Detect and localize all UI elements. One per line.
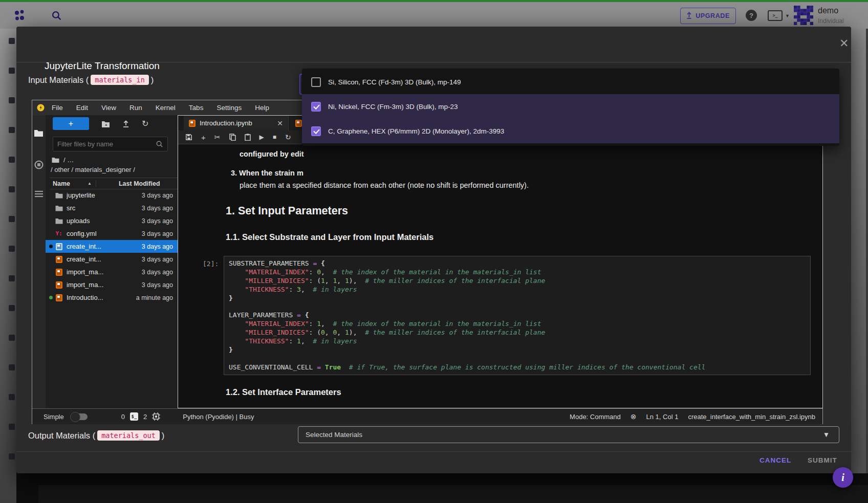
sidebar-app-icon[interactable] — [9, 186, 15, 192]
app-right-edge — [851, 29, 868, 473]
new-launcher-button[interactable]: + — [53, 117, 89, 130]
file-row-import-ma-[interactable]: import_ma...3 days ago — [46, 266, 178, 278]
sidebar-app-icon[interactable] — [9, 246, 15, 252]
material-option[interactable]: Ni, Nickel, FCC (Fm-3m) 3D (Bulk), mp-23 — [302, 94, 839, 119]
file-name: create_int... — [67, 243, 142, 250]
running-kernels-tab-icon[interactable] — [34, 160, 44, 171]
file-name: Introductio... — [67, 294, 136, 301]
refresh-icon[interactable]: ↻ — [285, 133, 291, 141]
menu-file[interactable]: File — [52, 104, 63, 112]
avatar[interactable] — [794, 6, 813, 27]
file-list-header[interactable]: Name ▲ Last Modified — [50, 178, 178, 189]
sidebar-app-icon[interactable] — [9, 424, 15, 430]
checkbox-checked-icon[interactable] — [311, 102, 321, 112]
folder-icon — [55, 205, 63, 211]
sidebar-app-icon[interactable] — [9, 364, 15, 370]
paste-icon[interactable] — [245, 134, 251, 141]
file-modified: 3 days ago — [142, 205, 173, 212]
run-icon[interactable]: ▶ — [259, 134, 264, 141]
input-materials-label: Input Materials ( — [28, 75, 89, 85]
close-tab-icon[interactable]: ✕ — [277, 119, 283, 127]
file-row-src[interactable]: src3 days ago — [46, 202, 178, 214]
material-option[interactable]: Si, Silicon, FCC (Fd-3m) 3D (Bulk), mp-1… — [302, 70, 839, 94]
code-line: } — [229, 294, 810, 303]
simple-mode-toggle[interactable] — [71, 413, 88, 420]
cursor-position[interactable]: Ln 1, Col 1 — [646, 413, 679, 421]
breadcrumb-path[interactable]: / other / materials_designer / — [51, 166, 135, 173]
menu-kernel[interactable]: Kernel — [156, 104, 176, 112]
refresh-icon[interactable]: ↻ — [142, 119, 148, 128]
file-row-create-int-[interactable]: create_int...3 days ago — [46, 253, 178, 266]
divider — [16, 451, 851, 452]
sidebar-app-icon[interactable] — [9, 305, 15, 311]
console-menu-button[interactable]: >_ ▼ — [768, 10, 790, 21]
upload-icon[interactable] — [122, 120, 129, 127]
sidebar-app-icon[interactable] — [9, 335, 15, 341]
chevron-down-icon: ▼ — [823, 431, 830, 439]
breadcrumb[interactable]: / … — [52, 156, 74, 164]
menu-run[interactable]: Run — [129, 104, 142, 112]
copy-icon[interactable] — [229, 134, 236, 141]
app-topbar: UPGRADE ? >_ ▼ demo Individual — [0, 2, 868, 29]
checkbox-icon[interactable] — [311, 77, 321, 87]
sidebar-app-icon[interactable] — [9, 275, 15, 281]
code-line: SUBSTRATE_PARAMETERS = { — [229, 259, 810, 268]
menu-tabs[interactable]: Tabs — [189, 104, 204, 112]
notebook-content[interactable]: configured by edit 3. When the strain m … — [178, 144, 822, 408]
sidebar-app-icon[interactable] — [9, 97, 15, 103]
notebook-dock-panel: Introduction.ipynb ✕ +✂▶■↻ configured by… — [178, 115, 823, 408]
file-row-jupyterlite[interactable]: jupyterlite3 days ago — [46, 189, 178, 202]
filter-files-input[interactable]: Filter files by name — [53, 137, 168, 151]
column-last-modified[interactable]: Last Modified — [119, 180, 160, 187]
user-plan: Individual — [818, 17, 844, 25]
menu-settings[interactable]: Settings — [216, 104, 242, 112]
save-icon[interactable] — [185, 134, 192, 141]
menu-help[interactable]: Help — [255, 104, 269, 112]
sidebar-app-icon[interactable] — [9, 157, 15, 163]
file-row-config-yml[interactable]: Y:config.yml3 days ago — [46, 227, 178, 240]
checkbox-checked-icon[interactable] — [311, 126, 321, 136]
sidebar-app-icon[interactable] — [9, 453, 15, 460]
sidebar-app-icon[interactable] — [9, 216, 15, 222]
tab-introduction-ipynb[interactable]: Introduction.ipynb ✕ — [184, 116, 289, 130]
upgrade-button[interactable]: UPGRADE — [680, 8, 736, 24]
file-row-uploads[interactable]: uploads3 days ago — [46, 214, 178, 227]
sidebar-app-icon[interactable] — [9, 68, 15, 74]
output-materials-select[interactable]: Selected Materials ▼ — [298, 426, 839, 443]
stop-icon[interactable]: ■ — [273, 134, 276, 141]
mat3ra-logo-icon[interactable] — [13, 8, 26, 26]
cut-icon[interactable]: ✂ — [214, 133, 221, 141]
search-icon[interactable] — [51, 10, 62, 23]
material-option[interactable]: C, Graphene, HEX (P6/mmm) 2D (Monolayer)… — [302, 119, 839, 143]
kernel-icon — [152, 412, 160, 421]
close-icon[interactable]: ✕ — [839, 38, 849, 49]
new-folder-icon[interactable]: + — [101, 120, 110, 127]
sidebar-app-icon[interactable] — [9, 394, 15, 400]
file-modified: 3 days ago — [142, 192, 173, 199]
file-row-create-int-[interactable]: create_int...3 days ago — [46, 240, 178, 253]
kernel-status[interactable]: Python (Pyodide) | Busy — [183, 413, 254, 421]
submit-button[interactable]: SUBMIT — [808, 456, 837, 464]
code-line: "THICKNESS": 1, # in layers — [229, 337, 810, 346]
help-icon[interactable]: ? — [746, 10, 757, 21]
file-row-introductio-[interactable]: Introductio...a minute ago — [46, 291, 178, 304]
sidebar-app-icon[interactable] — [9, 38, 15, 44]
cancel-button[interactable]: CANCEL — [760, 456, 791, 464]
table-of-contents-tab-icon[interactable] — [34, 190, 44, 200]
column-name[interactable]: Name — [53, 180, 70, 187]
file-browser-tab-icon[interactable] — [34, 129, 44, 139]
info-fab[interactable]: i — [833, 467, 853, 488]
menu-view[interactable]: View — [101, 104, 116, 112]
code-cell[interactable]: SUBSTRATE_PARAMETERS = { "MATERIAL_INDEX… — [224, 256, 811, 375]
lightbulb-icon[interactable] — [37, 104, 45, 112]
notebook-icon — [55, 269, 63, 276]
notebook-icon — [55, 243, 63, 250]
notebook-icon — [295, 120, 302, 127]
sidebar-app-icon[interactable] — [9, 127, 15, 133]
file-row-import-ma-[interactable]: import_ma...3 days ago — [46, 278, 178, 291]
mode-indicator[interactable]: Mode: Command — [570, 413, 621, 421]
menu-edit[interactable]: Edit — [76, 104, 88, 112]
add-icon[interactable]: + — [201, 133, 206, 142]
terminals-count: 0 — [121, 413, 125, 421]
kernel-dot-icon — [49, 245, 53, 248]
